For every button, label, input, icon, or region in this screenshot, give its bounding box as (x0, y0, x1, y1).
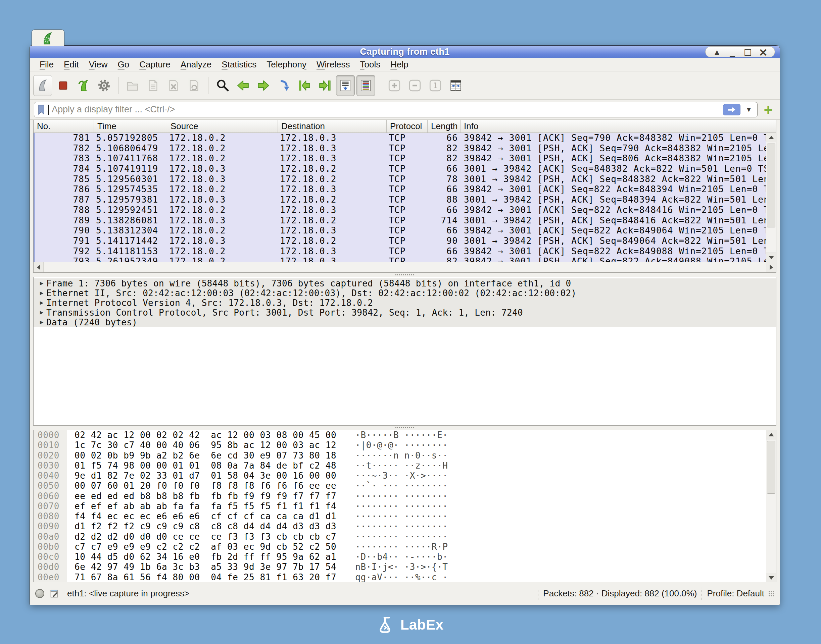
zoom-out-button[interactable] (406, 75, 424, 96)
packet-row[interactable]: 787 5.129579381 172.18.0.3 172.18.0.2 TC… (35, 195, 766, 205)
window-button-maximize[interactable]: □ (740, 47, 755, 57)
packet-row[interactable]: 782 5.106806479 172.18.0.2 172.18.0.3 TC… (35, 143, 766, 153)
packet-list-horizontal-scrollbar[interactable] (34, 262, 776, 272)
expand-arrow-icon[interactable]: ▸ (37, 278, 46, 288)
resize-grip-icon[interactable] (768, 591, 774, 597)
column-header-dst[interactable]: Destination (278, 120, 387, 132)
packet-row[interactable]: 788 5.129592451 172.18.0.2 172.18.0.3 TC… (35, 205, 766, 215)
detail-row[interactable]: ▸ Frame 1: 7306 bytes on wire (58448 bit… (34, 278, 776, 288)
column-header-len[interactable]: Length (427, 120, 461, 132)
menu-help[interactable]: Help (385, 58, 413, 71)
window-button-minimize[interactable]: ▁ (725, 47, 740, 57)
go-last-button[interactable] (315, 75, 334, 96)
scroll-right-button[interactable] (766, 262, 776, 272)
menu-go[interactable]: Go (113, 58, 135, 71)
filter-dropdown-button[interactable]: ▾ (743, 105, 755, 114)
scroll-down-button[interactable] (766, 573, 776, 582)
packet-row[interactable]: 785 5.129560301 172.18.0.3 172.18.0.2 TC… (35, 174, 766, 184)
hex-row[interactable]: 0000 02 42 ac 12 00 02 02 42 ac 12 00 03… (34, 430, 766, 440)
packet-row[interactable]: 786 5.129574535 172.18.0.2 172.18.0.3 TC… (35, 184, 766, 195)
scroll-down-button[interactable] (766, 253, 776, 262)
hex-row[interactable]: 00d0 6e 42 97 49 1b 6a 3c b3 a5 33 9d 3e… (34, 562, 766, 572)
apply-filter-button[interactable] (723, 104, 740, 115)
packet-row[interactable]: 789 5.138286081 172.18.0.3 172.18.0.2 TC… (35, 215, 766, 226)
menu-tools[interactable]: Tools (355, 58, 386, 71)
column-header-info[interactable]: Info (461, 120, 776, 132)
open-file-button[interactable] (123, 75, 142, 96)
zoom-in-button[interactable] (385, 75, 404, 96)
scroll-left-button[interactable] (34, 262, 44, 272)
menu-telephony[interactable]: Telephony (261, 58, 312, 71)
detail-row[interactable]: ▸ Data (7240 bytes) (34, 317, 776, 327)
hex-row[interactable]: 00a0 d2 d2 d2 d0 d0 d0 ce ce ce f3 f3 f3… (34, 532, 766, 542)
resize-columns-button[interactable] (446, 75, 465, 96)
add-filter-button[interactable]: + (761, 103, 776, 117)
display-filter-input[interactable] (52, 104, 720, 115)
display-filter-field[interactable]: ▾ (34, 102, 758, 117)
packet-row[interactable]: 791 5.141171442 172.18.0.3 172.18.0.2 TC… (35, 236, 766, 246)
column-header-src[interactable]: Source (167, 120, 278, 132)
expand-arrow-icon[interactable]: ▸ (37, 288, 46, 298)
colorize-button[interactable] (357, 75, 375, 96)
packet-row[interactable]: 790 5.138312304 172.18.0.2 172.18.0.3 TC… (35, 225, 766, 236)
stop-capture-button[interactable] (54, 75, 72, 96)
menu-capture[interactable]: Capture (134, 58, 175, 71)
menu-analyze[interactable]: Analyze (175, 58, 217, 71)
scroll-up-button[interactable] (766, 430, 776, 439)
profile-label[interactable]: Profile: Default (707, 588, 764, 599)
hex-row[interactable]: 0090 d1 f2 f2 f2 c9 c9 c9 c8 c8 c8 d4 d4… (34, 521, 766, 531)
go-first-button[interactable] (295, 75, 314, 96)
column-header-time[interactable]: Time (94, 120, 167, 132)
column-header-proto[interactable]: Protocol (387, 120, 427, 132)
auto-scroll-button[interactable] (336, 75, 355, 96)
save-file-button[interactable] (144, 75, 163, 96)
hex-row[interactable]: 0080 f4 f4 ec ec ec e6 e6 e6 cf cf cf ca… (34, 511, 766, 521)
scrollbar-thumb[interactable] (767, 144, 775, 227)
window-button-close[interactable]: × (756, 47, 771, 57)
go-back-button[interactable] (234, 75, 252, 96)
zoom-original-button[interactable]: 1 (426, 75, 445, 96)
capture-comment-button[interactable] (49, 588, 60, 599)
scrollbar-thumb[interactable] (767, 441, 775, 494)
titlebar[interactable]: Capturing from eth1 ▲▁□× (30, 45, 780, 58)
window-button-shade[interactable]: ▲ (710, 47, 724, 57)
hex-vertical-scrollbar[interactable] (766, 430, 776, 582)
packet-row[interactable]: 783 5.107411768 172.18.0.2 172.18.0.3 TC… (35, 153, 766, 164)
close-file-button[interactable] (164, 75, 183, 96)
expert-info-button[interactable] (35, 589, 44, 598)
go-to-packet-button[interactable] (275, 75, 294, 96)
packet-row[interactable]: 792 5.141181153 172.18.0.2 172.18.0.3 TC… (35, 246, 766, 257)
packet-list-vertical-scrollbar[interactable] (766, 133, 776, 262)
restart-capture-button[interactable] (74, 75, 93, 96)
hex-row[interactable]: 00b0 c7 c7 e9 e9 e9 c2 c2 c2 af 03 ec 9d… (34, 542, 766, 552)
hex-row[interactable]: 00e0 71 67 8a 61 56 f4 80 00 04 fe 25 81… (34, 572, 766, 582)
scroll-up-button[interactable] (766, 133, 776, 142)
hex-row[interactable]: 0030 01 f5 74 98 00 00 01 01 08 0a 7a 84… (34, 460, 766, 471)
capture-options-button[interactable] (95, 75, 114, 96)
find-packet-button[interactable] (213, 75, 232, 96)
hex-row[interactable]: 0060 ee ed ed ed b8 b8 b8 fb fb fb f9 f9… (34, 491, 766, 501)
hex-row[interactable]: 00c0 10 44 d5 d0 62 34 16 e0 fb 2d ff ff… (34, 552, 766, 562)
app-tab[interactable] (32, 29, 65, 46)
reload-file-button[interactable] (184, 75, 203, 96)
start-capture-button[interactable] (33, 75, 52, 96)
menu-wireless[interactable]: Wireless (312, 58, 355, 71)
pane-splitter[interactable] (30, 273, 780, 277)
detail-row[interactable]: ▸ Ethernet II, Src: 02:42:ac:12:00:03 (0… (34, 288, 776, 298)
menu-statistics[interactable]: Statistics (217, 58, 261, 71)
menu-file[interactable]: File (35, 58, 59, 71)
expand-arrow-icon[interactable]: ▸ (37, 298, 46, 308)
packet-row[interactable]: 793 5.261952349 172.18.0.2 172.18.0.3 TC… (35, 256, 766, 262)
detail-row[interactable]: ▸ Internet Protocol Version 4, Src: 172.… (34, 298, 776, 308)
expand-arrow-icon[interactable]: ▸ (37, 308, 46, 317)
column-header-no[interactable]: No. (34, 120, 94, 132)
expand-arrow-icon[interactable]: ▸ (37, 317, 46, 327)
menu-view[interactable]: View (84, 58, 113, 71)
menu-edit[interactable]: Edit (59, 58, 84, 71)
hex-row[interactable]: 0040 9e d1 82 7e 02 33 01 d7 01 58 04 3e… (34, 471, 766, 481)
bookmark-icon[interactable] (37, 104, 46, 115)
packet-row[interactable]: 781 5.057192805 172.18.0.2 172.18.0.3 TC… (35, 133, 766, 143)
hex-row[interactable]: 0010 1c 7c 30 c7 40 00 40 06 95 8b ac 12… (34, 440, 766, 450)
pane-splitter[interactable] (30, 426, 780, 430)
packet-row[interactable]: 784 5.107419119 172.18.0.3 172.18.0.2 TC… (35, 164, 766, 174)
